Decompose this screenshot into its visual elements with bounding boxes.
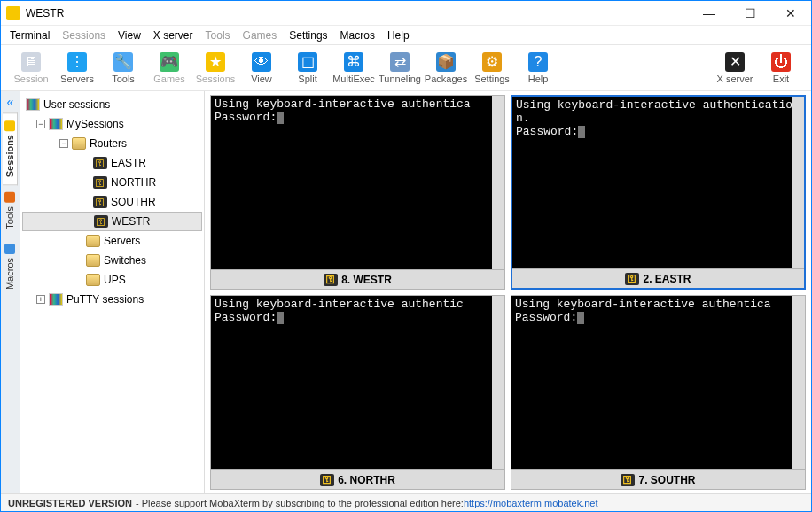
key-icon: ⚿ [94,215,108,228]
toolbar-label: Split [298,74,316,84]
toolbar-label: X server [717,74,753,84]
menu-macros[interactable]: Macros [340,29,375,42]
tree-session-eastr[interactable]: ⚿EASTR [22,153,202,173]
toolbar-x server[interactable]: ✕X server [712,52,758,84]
terminal-tab[interactable]: ⚿2. EASTR [512,268,804,288]
tree-routers[interactable]: − Routers [22,134,202,153]
tree-label: Switches [104,254,146,267]
collapse-icon[interactable]: − [59,139,68,148]
packages-icon: 📦 [436,52,456,72]
terminal-output[interactable]: Using keyboard-interactive authentica Pa… [511,296,805,469]
toolbar-sessions[interactable]: ★Sessions [192,52,238,84]
tree-session-southr[interactable]: ⚿SOUTHR [22,192,202,212]
tree-session-northr[interactable]: ⚿NORTHR [22,173,202,192]
menu-help[interactable]: Help [387,29,410,42]
toolbar-label: Session [13,74,48,84]
terminal-output[interactable]: Using keyboard-interactive authentic Pas… [211,296,504,469]
terminal-tab[interactable]: ⚿7. SOUTHR [511,469,805,489]
toolbar-tools[interactable]: 🔧Tools [100,52,146,84]
terminal-pane-7-southr[interactable]: Using keyboard-interactive authentica Pa… [511,295,806,490]
toolbar-help[interactable]: ?Help [515,52,561,84]
terminal-pane-2-eastr[interactable]: Using keyboard-interactive authenticatio… [511,95,806,290]
tree-label: NORTHR [111,176,156,189]
expand-icon[interactable]: + [36,295,45,304]
sessions-icon [4,120,15,131]
key-icon: ⚿ [324,274,338,286]
maximize-button[interactable]: ☐ [730,1,770,26]
toolbar-settings[interactable]: ⚙Settings [469,52,515,84]
sessions-icon [26,98,40,111]
tree-folder-ups[interactable]: UPS [22,270,202,290]
key-icon: ⚿ [93,196,107,208]
sidetab-tools[interactable]: Tools [3,185,17,237]
collapse-sidebar-icon[interactable]: « [7,95,14,109]
tree-folder-servers[interactable]: Servers [22,231,202,251]
toolbar: 🖥Session⋮Servers🔧Tools🎮Games★Sessions👁Vi… [1,45,811,91]
menu-games[interactable]: Games [243,29,277,42]
sessions-tree[interactable]: User sessions − MySessions − Routers ⚿EA… [20,91,205,493]
games-icon: 🎮 [160,52,179,72]
toolbar-tunneling[interactable]: ⇄Tunneling [377,52,423,84]
terminal-pane-8-westr[interactable]: Using keyboard-interactive authentica Pa… [210,95,505,290]
scrollbar[interactable] [792,97,804,268]
menu-settings[interactable]: Settings [289,29,327,42]
scrollbar[interactable] [492,96,504,269]
tree-session-westr[interactable]: ⚿WESTR [22,212,202,231]
terminal-output[interactable]: Using keyboard-interactive authenticatio… [512,97,804,268]
status-text: - Please support MobaXterm by subscribin… [136,498,464,508]
scrollbar[interactable] [492,296,504,469]
menu-sessions[interactable]: Sessions [62,29,105,42]
terminal-tab[interactable]: ⚿8. WESTR [211,269,504,289]
terminal-tab-label: 7. SOUTHR [638,474,695,486]
settings-icon: ⚙ [482,52,502,72]
minimize-button[interactable]: — [689,1,730,26]
terminal-pane-6-northr[interactable]: Using keyboard-interactive authentic Pas… [210,295,505,490]
terminal-tab[interactable]: ⚿6. NORTHR [211,469,504,489]
tree-putty[interactable]: + PuTTY sessions [22,290,202,309]
key-icon: ⚿ [320,474,334,486]
menu-tools[interactable]: Tools [206,29,230,42]
menu-view[interactable]: View [118,29,141,42]
tools-icon [4,192,15,203]
toolbar-packages[interactable]: 📦Packages [423,52,469,84]
session-icon: 🖥 [21,52,41,72]
terminal-tab-label: 2. EASTR [643,273,691,285]
toolbar-games[interactable]: 🎮Games [146,52,192,84]
titlebar: WESTR — ☐ ✕ [1,1,811,26]
tree-label: User sessions [43,98,110,111]
toolbar-multiexec[interactable]: ⌘MultiExec [331,52,377,84]
tree-root[interactable]: User sessions [22,95,202,114]
multiexec-icon: ⌘ [344,52,363,72]
toolbar-session[interactable]: 🖥Session [8,52,54,84]
sessions-icon: ★ [206,52,225,72]
scrollbar[interactable] [792,296,805,469]
collapse-icon[interactable]: − [36,120,45,128]
sidetab-macros[interactable]: Macros [3,237,17,297]
close-button[interactable]: ✕ [770,1,811,26]
tree-folder-switches[interactable]: Switches [22,251,202,270]
toolbar-exit[interactable]: ⏻Exit [758,52,804,84]
sessions-icon [49,293,63,306]
sidetab-sessions[interactable]: Sessions [3,112,18,185]
toolbar-label: Tunneling [379,74,421,84]
terminal-output[interactable]: Using keyboard-interactive authentica Pa… [211,96,504,269]
main: « SessionsToolsMacros User sessions − My… [1,91,811,493]
toolbar-servers[interactable]: ⋮Servers [54,52,100,84]
toolbar-label: Settings [474,74,510,84]
menubar: TerminalSessionsViewX serverToolsGamesSe… [1,26,811,45]
app-icon [6,6,20,20]
toolbar-label: Exit [773,74,789,84]
view-icon: 👁 [252,52,271,72]
toolbar-view[interactable]: 👁View [238,52,285,84]
toolbar-split[interactable]: ◫Split [285,52,331,84]
help-icon: ? [528,52,548,72]
tools-icon: 🔧 [113,52,133,72]
sidetab-label: Macros [4,258,15,290]
window-title: WESTR [26,7,64,19]
menu-x-server[interactable]: X server [153,29,193,42]
cursor-icon [277,112,284,124]
status-bold: UNREGISTERED VERSION [8,498,132,508]
menu-terminal[interactable]: Terminal [10,29,50,42]
tree-mysessions[interactable]: − MySessions [22,114,202,134]
status-link[interactable]: https://mobaxterm.mobatek.net [464,498,598,508]
